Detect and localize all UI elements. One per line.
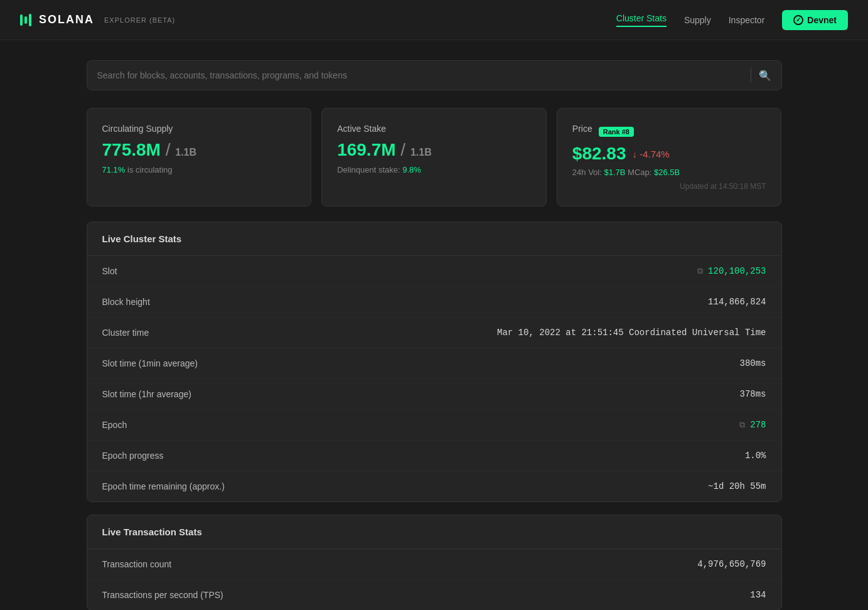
search-divider	[751, 68, 751, 83]
logo-bar-2	[24, 16, 27, 24]
circulating-pct: 71.1%	[102, 165, 126, 174]
vol-label: 24h Vol:	[572, 168, 602, 177]
table-row: Slot ⧉ 120,100,253	[87, 256, 781, 287]
circulating-supply-card: Circulating Supply 775.8M / 1.1B 71.1% i…	[87, 108, 312, 206]
copy-icon[interactable]: ⧉	[739, 420, 745, 430]
table-row: Cluster time Mar 10, 2022 at 21:51:45 Co…	[87, 318, 781, 348]
epoch-number: 278	[750, 420, 766, 430]
copy-icon[interactable]: ⧉	[697, 267, 703, 276]
nav-left: SOLANA EXPLORER (BETA)	[20, 13, 175, 26]
circulating-sub-text: is circulating	[127, 165, 173, 174]
table-row: Slot time (1hr average) 378ms	[87, 379, 781, 410]
epoch-remaining-val: ~1d 20h 55m	[708, 481, 766, 491]
price-header-row: Price Rank #8	[572, 124, 766, 140]
nav-right: Cluster Stats Supply Inspector ✓ Devnet	[616, 10, 848, 30]
cluster-time-key: Cluster time	[102, 328, 149, 338]
slot-key: Slot	[102, 266, 117, 276]
devnet-label: Devnet	[807, 15, 837, 25]
slot-1min-key: Slot time (1min average)	[102, 358, 198, 368]
devnet-icon: ✓	[793, 15, 803, 25]
tx-stats-section: Live Transaction Stats Transaction count…	[87, 515, 782, 610]
table-row: Slot time (1min average) 380ms	[87, 348, 781, 379]
table-row: Block height 114,866,824	[87, 287, 781, 318]
rank-badge: Rank #8	[599, 127, 634, 137]
logo-beta: EXPLORER (BETA)	[104, 16, 175, 24]
slot-1hr-val: 378ms	[739, 389, 766, 399]
delinquent-sub: Delinquent stake: 9.8%	[337, 165, 531, 174]
active-stake-value: 169.7M / 1.1B	[337, 140, 531, 160]
navbar: SOLANA EXPLORER (BETA) Cluster Stats Sup…	[0, 0, 868, 40]
logo-bar-3	[29, 14, 31, 26]
circulating-supply-label: Circulating Supply	[102, 124, 296, 134]
delinquent-label: Delinquent stake:	[337, 165, 400, 174]
block-height-key: Block height	[102, 297, 150, 307]
cluster-time-val: Mar 10, 2022 at 21:51:45 Coordinated Uni…	[497, 328, 766, 338]
block-height-val: 114,866,824	[708, 297, 766, 307]
tx-count-key: Transaction count	[102, 559, 172, 569]
devnet-button[interactable]: ✓ Devnet	[782, 10, 848, 30]
active-stake-label: Active Stake	[337, 124, 531, 134]
circulating-supply-sep: /	[166, 140, 176, 159]
delinquent-val: 9.8%	[402, 165, 421, 174]
nav-inspector[interactable]: Inspector	[729, 15, 765, 25]
tx-stats-title: Live Transaction Stats	[87, 515, 781, 549]
logo-mark	[20, 14, 31, 26]
vol-val: $1.7B	[604, 168, 625, 177]
search-button[interactable]: 🔍	[759, 70, 771, 82]
price-value: $82.83	[572, 144, 626, 164]
active-stake-sep: /	[400, 140, 410, 159]
logo-bar-1	[20, 14, 23, 26]
slot-val: ⧉ 120,100,253	[697, 266, 766, 276]
price-meta: 24h Vol: $1.7B MCap: $26.5B	[572, 168, 766, 177]
active-stake-total: 1.1B	[410, 147, 432, 158]
circulating-supply-total: 1.1B	[175, 147, 196, 158]
cluster-stats-section: Live Cluster Stats Slot ⧉ 120,100,253 Bl…	[87, 222, 782, 502]
cluster-stats-title: Live Cluster Stats	[87, 222, 781, 256]
search-input[interactable]	[97, 70, 743, 80]
slot-1min-val: 380ms	[739, 358, 766, 368]
epoch-key: Epoch	[102, 420, 127, 430]
price-label: Price	[572, 124, 592, 134]
search-bar: 🔍	[87, 60, 782, 90]
tx-count-val: 4,976,650,769	[697, 559, 766, 569]
epoch-val: ⧉ 278	[739, 420, 766, 430]
epoch-progress-val: 1.0%	[745, 451, 766, 461]
tps-key: Transactions per second (TPS)	[102, 590, 223, 600]
epoch-progress-key: Epoch progress	[102, 451, 164, 461]
nav-supply[interactable]: Supply	[684, 15, 711, 25]
table-row: Transaction count 4,976,650,769	[87, 549, 781, 580]
tps-val: 134	[750, 590, 766, 600]
epoch-remaining-key: Epoch time remaining (approx.)	[102, 481, 225, 491]
logo-text: SOLANA	[39, 13, 94, 26]
mcap-label: MCap:	[628, 168, 651, 177]
active-stake-amount: 169.7M	[337, 140, 395, 159]
circulating-supply-sub: 71.1% is circulating	[102, 165, 296, 174]
table-row: Epoch time remaining (approx.) ~1d 20h 5…	[87, 471, 781, 501]
price-updated: Updated at 14:50:18 MST	[572, 182, 766, 191]
table-row: Transactions per second (TPS) 134	[87, 580, 781, 610]
table-row: Epoch ⧉ 278	[87, 410, 781, 441]
mcap-val: $26.5B	[654, 168, 680, 177]
price-value-row: $82.83 ↓ -4.74%	[572, 144, 766, 164]
active-stake-card: Active Stake 169.7M / 1.1B Delinquent st…	[321, 108, 547, 206]
nav-cluster-stats[interactable]: Cluster Stats	[616, 13, 667, 27]
stats-cards: Circulating Supply 775.8M / 1.1B 71.1% i…	[87, 108, 782, 206]
slot-number: 120,100,253	[708, 266, 766, 276]
circulating-supply-amount: 775.8M	[102, 140, 161, 159]
price-change: ↓ -4.74%	[632, 149, 669, 159]
price-card: Price Rank #8 $82.83 ↓ -4.74% 24h Vol: $…	[557, 108, 782, 206]
table-row: Epoch progress 1.0%	[87, 441, 781, 471]
circulating-supply-value: 775.8M / 1.1B	[102, 140, 296, 160]
slot-1hr-key: Slot time (1hr average)	[102, 389, 191, 399]
